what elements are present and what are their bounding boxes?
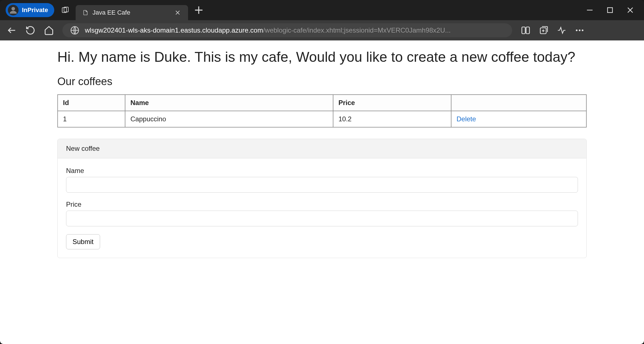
table-row: 1 Cappuccino 10.2 Delete xyxy=(58,111,586,127)
address-bar[interactable]: wlsgw202401-wls-aks-domain1.eastus.cloud… xyxy=(62,23,512,37)
col-header-name: Name xyxy=(125,95,333,111)
back-button[interactable] xyxy=(7,25,17,35)
inprivate-badge[interactable]: InPrivate xyxy=(6,3,54,17)
name-label: Name xyxy=(66,167,578,175)
browser-tab[interactable]: Java EE Cafe xyxy=(76,5,188,20)
page-icon xyxy=(82,10,89,16)
window-controls xyxy=(586,6,638,14)
submit-button[interactable]: Submit xyxy=(66,234,100,249)
col-header-actions xyxy=(451,95,586,111)
cell-id: 1 xyxy=(58,111,125,127)
price-label: Price xyxy=(66,201,578,208)
col-header-price: Price xyxy=(333,95,451,111)
svg-rect-6 xyxy=(526,27,530,34)
minimize-button[interactable] xyxy=(586,6,594,14)
page-content: Hi. My name is Duke. This is my cafe, Wo… xyxy=(0,40,644,269)
col-header-id: Id xyxy=(58,95,125,111)
tab-bar: InPrivate Java EE Cafe xyxy=(0,0,644,20)
url-text: wlsgw202401-wls-aks-domain1.eastus.cloud… xyxy=(85,26,451,34)
collections-icon[interactable] xyxy=(539,25,549,35)
new-tab-button[interactable] xyxy=(193,4,204,16)
performance-icon[interactable] xyxy=(557,25,567,35)
cell-name: Cappuccino xyxy=(125,111,333,127)
close-window-button[interactable] xyxy=(626,6,634,14)
page-heading: Hi. My name is Duke. This is my cafe, Wo… xyxy=(57,48,587,66)
svg-rect-5 xyxy=(522,27,525,34)
table-header-row: Id Name Price xyxy=(58,95,586,111)
tab-actions-icon[interactable] xyxy=(59,4,71,16)
svg-point-0 xyxy=(12,7,15,11)
new-coffee-panel: New coffee Name Price Submit xyxy=(57,139,587,258)
more-menu-icon[interactable] xyxy=(575,25,585,35)
refresh-button[interactable] xyxy=(25,25,35,35)
profile-avatar-icon xyxy=(8,5,19,15)
name-input[interactable] xyxy=(66,177,578,193)
inprivate-label: InPrivate xyxy=(22,6,48,14)
split-screen-icon[interactable] xyxy=(521,25,531,35)
tab-title: Java EE Cafe xyxy=(92,9,170,16)
browser-window: InPrivate Java EE Cafe xyxy=(0,0,644,344)
toolbar-right-icons xyxy=(521,25,585,35)
maximize-button[interactable] xyxy=(606,6,614,14)
delete-link[interactable]: Delete xyxy=(457,115,476,123)
home-button[interactable] xyxy=(44,25,54,35)
svg-point-8 xyxy=(576,29,578,31)
site-info-icon[interactable] xyxy=(70,25,80,35)
url-path: /weblogic-cafe/index.xhtml;jsessionid=Mx… xyxy=(263,26,451,34)
page-subheading: Our coffees xyxy=(57,76,587,88)
toolbar: wlsgw202401-wls-aks-domain1.eastus.cloud… xyxy=(0,20,644,40)
close-tab-button[interactable] xyxy=(174,9,181,16)
svg-point-10 xyxy=(582,29,584,31)
cell-price: 10.2 xyxy=(333,111,451,127)
panel-title: New coffee xyxy=(58,139,586,158)
svg-point-9 xyxy=(579,29,580,31)
svg-rect-3 xyxy=(607,8,613,13)
page-viewport[interactable]: Hi. My name is Duke. This is my cafe, Wo… xyxy=(0,40,644,344)
price-input[interactable] xyxy=(66,211,578,226)
coffees-table: Id Name Price 1 Cappuccino 10.2 Delete xyxy=(57,94,587,127)
url-host: wlsgw202401-wls-aks-domain1.eastus.cloud… xyxy=(85,26,263,34)
